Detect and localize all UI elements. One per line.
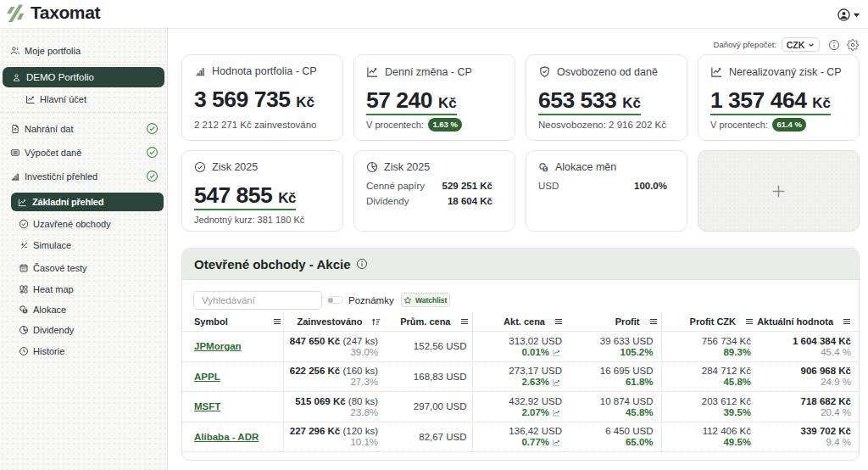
svg-text:$: $ (544, 166, 547, 171)
svg-text:$: $ (24, 309, 26, 313)
